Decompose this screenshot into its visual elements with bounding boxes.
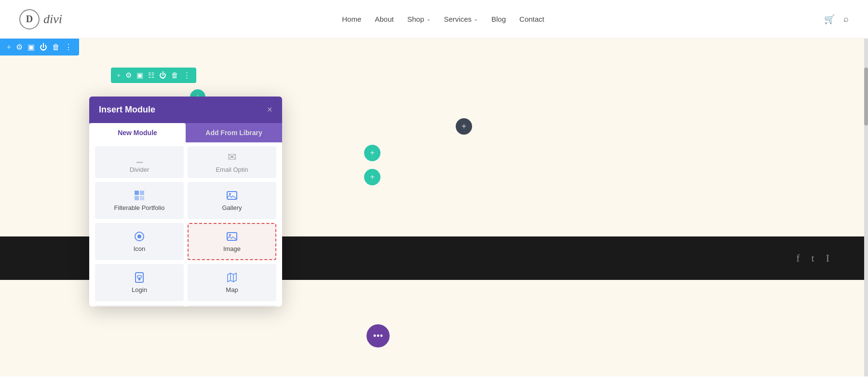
nav-item-about[interactable]: About xyxy=(375,15,393,23)
row-trash-icon[interactable]: 🗑 xyxy=(171,71,178,80)
row-power-icon[interactable]: ⏻ xyxy=(159,71,166,80)
portfolio-icon xyxy=(134,190,145,201)
nav-item-contact[interactable]: Contact xyxy=(519,15,544,23)
toolbar-layout-icon[interactable]: ▣ xyxy=(27,42,35,52)
gallery-icon xyxy=(226,190,238,201)
logo-text: divi xyxy=(43,12,62,27)
svg-rect-10 xyxy=(136,273,143,282)
module-email-optin[interactable]: ✉ Email Optin xyxy=(188,146,276,178)
module-menu[interactable]: Menu xyxy=(95,305,184,306)
plus-button-3[interactable]: + xyxy=(456,118,472,135)
svg-point-9 xyxy=(229,234,231,236)
toolbar-power-icon[interactable]: ⏻ xyxy=(40,43,47,52)
modal-close-button[interactable]: × xyxy=(267,104,272,115)
logo-icon: D xyxy=(19,9,40,29)
icon-module-icon xyxy=(134,231,145,242)
map-icon xyxy=(226,272,238,283)
purple-dots-button[interactable]: ••• xyxy=(366,324,390,347)
plus-button-2[interactable]: + xyxy=(364,169,380,185)
module-divider[interactable]: ⎯ Divider xyxy=(95,146,184,178)
page-content: + ⚙ ▣ ⏻ 🗑 ⋮ + ⚙ ▣ ☷ ⏻ 🗑 ⋮ + + + + f t I … xyxy=(0,39,868,376)
divider-icon: ⎯ xyxy=(136,151,143,164)
tab-new-module[interactable]: New Module xyxy=(89,123,186,142)
nav-links: Home About Shop ⌄ Services ⌄ Blog Contac… xyxy=(342,15,544,23)
email-icon: ✉ xyxy=(228,151,236,164)
nav-logo[interactable]: D divi xyxy=(19,9,62,29)
module-map[interactable]: Map xyxy=(188,264,276,301)
svg-rect-11 xyxy=(137,276,141,278)
partial-modules-row: ⎯ Divider ✉ Email Optin xyxy=(95,142,276,178)
divi-toolbar: + ⚙ ▣ ⏻ 🗑 ⋮ xyxy=(0,39,79,55)
row-grid-icon[interactable]: ☷ xyxy=(148,71,154,80)
modal-title: Insert Module xyxy=(99,105,155,115)
module-icon[interactable]: Icon xyxy=(95,223,184,260)
nav-item-home[interactable]: Home xyxy=(342,15,361,23)
toolbar-add-icon[interactable]: + xyxy=(7,43,11,52)
row-layout-icon[interactable]: ▣ xyxy=(136,71,143,80)
module-login[interactable]: Login xyxy=(95,264,184,301)
instagram-icon[interactable]: I xyxy=(826,252,829,264)
module-gallery[interactable]: Gallery xyxy=(188,182,276,219)
login-icon xyxy=(134,272,145,283)
svg-point-5 xyxy=(229,193,231,195)
row-add-icon[interactable]: + xyxy=(117,71,121,80)
twitter-icon[interactable]: t xyxy=(812,252,814,264)
image-icon xyxy=(226,231,238,242)
insert-module-modal: Insert Module × New Module Add From Libr… xyxy=(89,97,282,306)
scrollbar[interactable] xyxy=(864,39,868,376)
modal-tabs: New Module Add From Library xyxy=(89,123,282,142)
tab-add-from-library[interactable]: Add From Library xyxy=(186,123,282,142)
toolbar-settings-icon[interactable]: ⚙ xyxy=(16,42,23,52)
nav-icons: 🛒 ⌕ xyxy=(824,14,849,25)
svg-rect-3 xyxy=(140,196,144,200)
module-filterable-portfolio[interactable]: Filterable Portfolio xyxy=(95,182,184,219)
svg-rect-2 xyxy=(135,196,139,200)
search-icon[interactable]: ⌕ xyxy=(843,14,849,24)
plus-button-1[interactable]: + xyxy=(364,145,380,161)
nav-item-blog[interactable]: Blog xyxy=(491,15,506,23)
module-number-counter[interactable]: # Number Counter xyxy=(188,305,276,306)
modal-header: Insert Module × xyxy=(89,97,282,123)
modal-body: ⎯ Divider ✉ Email Optin Fil xyxy=(89,142,282,306)
shop-chevron-icon: ⌄ xyxy=(426,16,431,22)
cart-icon[interactable]: 🛒 xyxy=(824,14,835,25)
nav-item-services[interactable]: Services ⌄ xyxy=(444,15,478,23)
module-grid: Filterable Portfolio Gallery Icon xyxy=(95,178,276,306)
svg-rect-0 xyxy=(135,191,139,195)
toolbar-trash-icon[interactable]: 🗑 xyxy=(52,43,60,52)
scrollbar-thumb[interactable] xyxy=(864,68,868,125)
row-more-icon[interactable]: ⋮ xyxy=(183,71,190,80)
row-settings-icon[interactable]: ⚙ xyxy=(125,71,132,80)
svg-rect-12 xyxy=(138,278,140,280)
module-image[interactable]: Image xyxy=(188,223,276,260)
nav-item-shop[interactable]: Shop ⌄ xyxy=(407,15,430,23)
nav-bar: D divi Home About Shop ⌄ Services ⌄ Blog… xyxy=(0,0,868,39)
row-toolbar: + ⚙ ▣ ☷ ⏻ 🗑 ⋮ xyxy=(111,68,196,83)
svg-point-7 xyxy=(137,235,141,238)
svg-rect-1 xyxy=(140,191,144,195)
services-chevron-icon: ⌄ xyxy=(474,16,478,22)
toolbar-more-icon[interactable]: ⋮ xyxy=(65,42,72,52)
facebook-icon[interactable]: f xyxy=(796,252,800,264)
